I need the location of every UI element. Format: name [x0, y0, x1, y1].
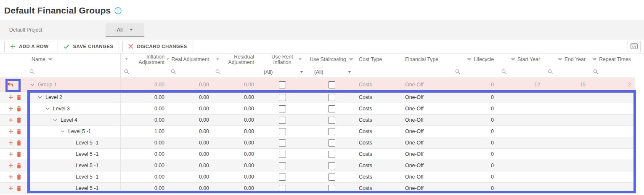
row-name-cell[interactable]: Level 5 -1 — [26, 183, 121, 194]
row-cell-lifecycle[interactable]: 0 — [452, 160, 498, 171]
header-cell-start-year[interactable]: Start Year — [498, 53, 544, 66]
default-project-select[interactable]: All — [106, 23, 144, 37]
row-cell-start-year[interactable] — [498, 103, 544, 114]
chevron-down-icon[interactable] — [30, 83, 34, 86]
row-cell-repeat-times[interactable] — [590, 137, 635, 148]
use-rent-inflation-checkbox[interactable] — [279, 162, 286, 169]
row-cell-end-year[interactable] — [544, 115, 590, 126]
header-cell-use-staircasing[interactable]: Use Staircasing — [307, 53, 355, 66]
row-cell-end-year[interactable] — [544, 103, 590, 114]
header-cell-financial-type[interactable]: Financial Type — [402, 53, 452, 66]
row-cell-residual-adjustment[interactable]: 0.00 — [212, 126, 257, 137]
row-cell-financial-type[interactable]: One-Off — [402, 183, 452, 194]
row-cell-end-year[interactable] — [544, 137, 590, 148]
row-cell-residual-adjustment[interactable]: 0.00 — [212, 115, 257, 126]
row-cell-residual-adjustment[interactable]: 0.00 — [212, 183, 257, 194]
row-cell-repeat-times[interactable]: 2 — [590, 78, 635, 91]
row-name-cell[interactable]: Level 2 — [26, 92, 121, 103]
row-cell-repeat-times[interactable] — [590, 149, 635, 160]
use-rent-inflation-checkbox[interactable] — [279, 81, 286, 88]
row-name-cell[interactable]: Level 5 -1 — [26, 126, 121, 137]
row-cell-real-adjustment[interactable]: 0.00 — [167, 92, 212, 103]
row-cell-lifecycle[interactable]: 0 — [452, 78, 498, 91]
row-cell-residual-adjustment[interactable]: 0.00 — [212, 92, 257, 103]
row-cell-inflation-adjustment[interactable]: 0.00 — [121, 160, 167, 171]
row-cell-financial-type[interactable]: One-Off — [402, 92, 452, 103]
undo-delete-button[interactable] — [7, 82, 14, 87]
add-child-row-button[interactable] — [8, 140, 13, 145]
chevron-down-icon[interactable] — [53, 119, 57, 121]
row-cell-repeat-times[interactable] — [590, 171, 635, 182]
row-cell-inflation-adjustment[interactable]: 0.00 — [121, 149, 167, 160]
use-rent-inflation-checkbox[interactable] — [279, 139, 286, 147]
row-cell-start-year[interactable] — [498, 171, 544, 182]
use-staircasing-checkbox[interactable] — [328, 174, 335, 181]
filter-funnel-icon[interactable] — [592, 58, 597, 61]
row-cell-end-year[interactable] — [544, 149, 590, 160]
row-cell-inflation-adjustment[interactable]: 0.00 — [121, 92, 167, 103]
use-staircasing-checkbox[interactable] — [328, 185, 335, 192]
header-cell-residual-adjustment[interactable]: ResidualAdjustment — [212, 53, 257, 66]
filter-funnel-icon[interactable] — [558, 58, 562, 61]
row-cell-financial-type[interactable]: One-Off — [402, 78, 452, 91]
save-changes-button[interactable]: SAVE CHANGES — [58, 41, 119, 52]
row-cell-cost-type[interactable]: Costs — [355, 183, 402, 194]
row-cell-inflation-adjustment[interactable]: 0.00 — [121, 78, 167, 91]
use-staircasing-checkbox[interactable] — [328, 117, 335, 124]
use-staircasing-checkbox[interactable] — [328, 105, 335, 112]
header-cell-use-rent-inflation[interactable]: Use RentInflation — [257, 53, 307, 66]
row-cell-inflation-adjustment[interactable]: 1.00 — [121, 126, 167, 137]
row-cell-lifecycle[interactable]: 0 — [452, 92, 498, 103]
row-cell-cost-type[interactable]: Costs — [355, 92, 402, 103]
add-child-row-button[interactable] — [8, 186, 13, 191]
row-cell-start-year[interactable] — [498, 160, 544, 171]
row-cell-residual-adjustment[interactable]: 0.00 — [212, 149, 257, 160]
column-chooser-button[interactable] — [628, 41, 641, 52]
header-cell-lifecycle[interactable]: Lifecycle — [452, 53, 498, 66]
row-cell-inflation-adjustment[interactable]: 0.00 — [121, 103, 167, 114]
row-cell-inflation-adjustment[interactable]: 0.00 — [121, 171, 167, 182]
row-cell-start-year[interactable] — [498, 126, 544, 137]
filter-search-input-repeat-times[interactable] — [590, 66, 635, 77]
row-cell-financial-type[interactable]: One-Off — [402, 160, 452, 171]
header-cell-inflation-adjustment[interactable]: InflationAdjustment — [121, 53, 167, 66]
header-cell-end-year[interactable]: End Year — [544, 53, 590, 66]
row-cell-start-year[interactable] — [498, 115, 544, 126]
filter-funnel-icon[interactable] — [215, 56, 220, 60]
row-cell-end-year[interactable]: 15 — [544, 78, 590, 91]
row-cell-repeat-times[interactable] — [590, 183, 635, 194]
header-cell-name[interactable]: Name — [26, 53, 121, 66]
row-cell-inflation-adjustment[interactable]: 0.00 — [121, 137, 167, 148]
filter-search-input-real-adjustment[interactable] — [167, 66, 212, 77]
filter-search-input-start-year[interactable] — [498, 66, 544, 77]
row-cell-lifecycle[interactable]: 0 — [452, 126, 498, 137]
use-rent-inflation-checkbox[interactable] — [279, 185, 286, 192]
use-rent-inflation-checkbox[interactable] — [279, 128, 286, 135]
row-cell-financial-type[interactable]: One-Off — [402, 115, 452, 126]
row-cell-real-adjustment[interactable]: 0.00 — [167, 115, 212, 126]
row-cell-cost-type[interactable]: Costs — [355, 149, 402, 160]
row-cell-lifecycle[interactable]: 0 — [452, 171, 498, 182]
use-staircasing-checkbox[interactable] — [328, 81, 335, 88]
filter-funnel-icon[interactable] — [511, 58, 515, 61]
filter-funnel-icon[interactable] — [124, 56, 129, 60]
row-cell-cost-type[interactable]: Costs — [355, 115, 402, 126]
add-child-row-button[interactable] — [8, 152, 13, 157]
row-name-cell[interactable]: Level 5 -1 — [26, 171, 121, 182]
filter-select-use-staircasing[interactable]: (All) — [307, 66, 355, 77]
add-child-row-button[interactable] — [8, 118, 13, 123]
delete-row-button[interactable] — [16, 152, 21, 157]
row-cell-residual-adjustment[interactable]: 0.00 — [212, 78, 257, 91]
row-cell-cost-type[interactable]: Costs — [355, 78, 402, 91]
row-cell-lifecycle[interactable]: 0 — [452, 183, 498, 194]
row-cell-repeat-times[interactable] — [590, 103, 635, 114]
row-cell-residual-adjustment[interactable]: 0.00 — [212, 103, 257, 114]
row-cell-start-year[interactable]: 12 — [498, 78, 544, 91]
row-cell-cost-type[interactable]: Costs — [355, 103, 402, 114]
row-cell-cost-type[interactable]: Costs — [355, 137, 402, 148]
row-cell-cost-type[interactable]: Costs — [355, 160, 402, 171]
filter-select-use-rent-inflation[interactable]: (All) — [257, 66, 307, 77]
filter-funnel-icon[interactable] — [48, 58, 53, 61]
add-child-row-button[interactable] — [8, 163, 13, 168]
row-cell-end-year[interactable] — [544, 171, 590, 182]
